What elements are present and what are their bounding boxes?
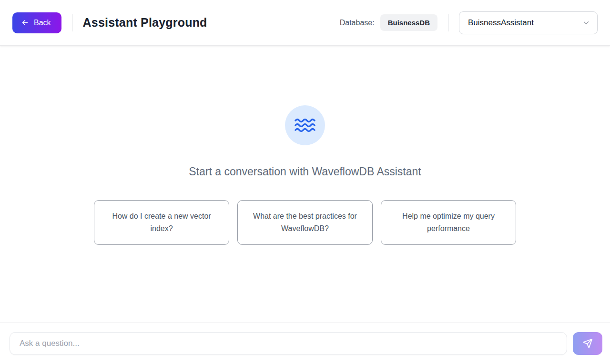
suggestion-card-best-practices[interactable]: What are the best practices for Waveflow… — [237, 200, 373, 245]
header-right: Database: BuisnessDB BuisnessAssistant — [340, 11, 598, 34]
back-button-label: Back — [34, 19, 51, 27]
start-conversation-heading: Start a conversation with WaveflowDB Ass… — [189, 165, 421, 178]
paper-plane-icon — [582, 338, 593, 349]
page-title: Assistant Playground — [83, 16, 207, 30]
assistant-select[interactable]: BuisnessAssistant — [459, 11, 598, 34]
header-divider-2 — [448, 14, 448, 31]
database-label: Database: — [340, 19, 375, 27]
conversation-empty-state: Start a conversation with WaveflowDB Ass… — [0, 46, 610, 323]
suggestion-card-query-performance[interactable]: Help me optimize my query performance — [381, 200, 516, 245]
arrow-left-icon — [21, 19, 29, 27]
back-button[interactable]: Back — [12, 12, 61, 33]
composer-bar — [0, 323, 610, 364]
assistant-select-value: BuisnessAssistant — [468, 18, 534, 28]
suggestion-card-vector-index[interactable]: How do I create a new vector index? — [94, 200, 229, 245]
question-input[interactable] — [10, 332, 567, 355]
database-badge: BuisnessDB — [380, 14, 437, 31]
chevron-down-icon — [582, 19, 590, 27]
assistant-avatar — [285, 105, 325, 145]
waves-icon — [295, 117, 315, 133]
header: Back Assistant Playground Database: Buis… — [0, 0, 610, 46]
send-button[interactable] — [573, 332, 602, 355]
header-divider — [72, 14, 72, 31]
suggestion-cards: How do I create a new vector index? What… — [94, 200, 516, 245]
